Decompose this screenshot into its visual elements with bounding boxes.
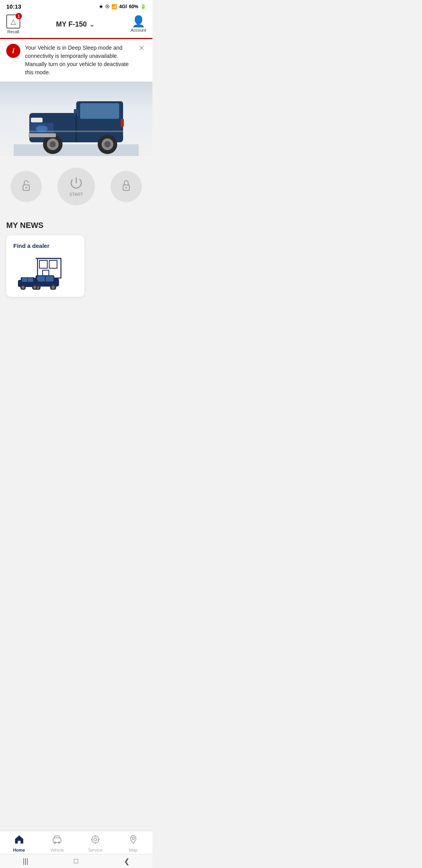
my-news-section: MY NEWS Find a dealer [0,213,152,303]
battery-icon: 🔋 [140,4,146,9]
location-icon: ☉ [105,4,109,9]
start-button[interactable]: START [57,168,95,205]
svg-point-43 [22,286,25,289]
news-card-title: Find a dealer [13,242,77,249]
recall-icon: △ 1 [6,14,20,29]
svg-rect-0 [14,144,139,156]
section-title: MY NEWS [6,221,146,230]
account-button[interactable]: 👤 Account [131,16,146,32]
svg-point-10 [50,141,56,147]
svg-point-45 [34,286,36,289]
wifi-icon: 📶 [111,4,117,9]
unlock-button[interactable] [11,171,42,202]
chevron-down-icon: ⌄ [89,20,95,29]
svg-rect-17 [121,119,124,127]
header: △ 1 Recall MY F-150 ⌄ 👤 Account [0,11,152,39]
svg-rect-3 [80,103,119,119]
svg-rect-16 [75,113,77,142]
svg-rect-14 [29,133,56,137]
vehicle-selector[interactable]: MY F-150 ⌄ [56,20,95,29]
svg-rect-7 [31,118,43,122]
svg-rect-18 [29,131,123,132]
bluetooth-icon: ★ [99,4,103,9]
svg-rect-41 [28,278,33,282]
account-label: Account [131,28,146,32]
status-time: 10:13 [6,3,21,10]
unlock-icon [21,179,32,194]
svg-rect-26 [39,260,47,268]
status-bar: 10:13 ★ ☉ 📶 4GⅠ 60% 🔋 [0,0,152,11]
start-label: START [69,192,83,197]
svg-point-24 [125,187,127,188]
controls-area: START [0,156,152,213]
account-icon: 👤 [132,16,145,27]
recall-label: Recall [7,29,20,34]
find-dealer-card[interactable]: Find a dealer [6,235,84,297]
svg-rect-27 [49,260,57,268]
vehicle-image [0,82,152,156]
svg-rect-33 [46,276,54,282]
power-icon [70,176,83,191]
svg-rect-40 [22,278,27,282]
vehicle-name: MY F-150 [56,20,87,29]
alert-message: Your Vehicle is in Deep Sleep mode and c… [25,44,132,77]
svg-point-20 [25,187,27,188]
lock-button[interactable] [111,171,142,202]
alert-close-button[interactable]: ✕ [137,44,146,52]
dealer-svg [16,255,75,290]
alert-info-icon: i [6,44,20,58]
alert-banner: i Your Vehicle is in Deep Sleep mode and… [0,39,152,82]
recall-button[interactable]: △ 1 Recall [6,14,20,34]
svg-rect-32 [37,276,45,282]
signal-icon: 4GⅠ [119,4,127,9]
svg-point-37 [52,286,55,289]
lock-icon [121,179,132,194]
truck-illustration [14,90,139,156]
dealer-illustration [13,255,77,290]
status-icons: ★ ☉ 📶 4GⅠ 60% 🔋 [99,4,146,9]
svg-point-13 [104,141,111,147]
recall-badge: 1 [16,13,22,19]
battery-text: 60% [129,4,138,9]
